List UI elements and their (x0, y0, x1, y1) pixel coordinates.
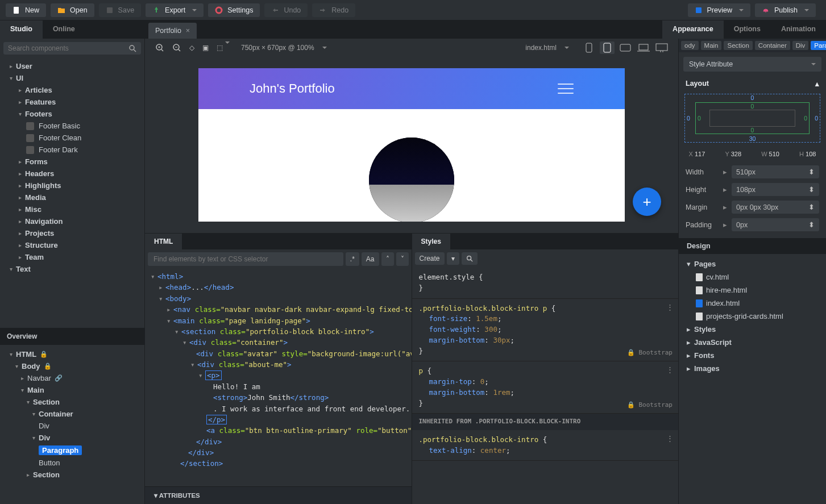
crumb-section[interactable]: Section (724, 41, 752, 50)
design-pages[interactable]: ▾Pages (679, 257, 826, 270)
tab-animation[interactable]: Animation (771, 20, 826, 39)
rotate-icon[interactable]: ◇ (188, 43, 196, 53)
ov-main[interactable]: ▾Main (0, 384, 144, 396)
design-images[interactable]: ▸Images (679, 362, 826, 375)
tree-footer-clean[interactable]: Footer Clean (0, 132, 144, 144)
document-tab-portfolio[interactable]: Portfolio × (148, 23, 197, 39)
ov-section[interactable]: ▾Section (0, 396, 144, 408)
tree-media[interactable]: ▸Media (0, 191, 144, 203)
device-desktop-icon[interactable] (654, 41, 669, 54)
tab-online[interactable]: Online (43, 20, 85, 39)
device-laptop-icon[interactable] (636, 41, 651, 54)
create-style-button[interactable]: Create (415, 252, 445, 265)
redo-button[interactable]: Redo (312, 3, 355, 17)
more-icon[interactable]: ⋮ (666, 302, 674, 313)
create-dropdown[interactable]: ▾ (447, 252, 459, 265)
tree-team[interactable]: ▸Team (0, 251, 144, 263)
new-button[interactable]: New (6, 3, 46, 17)
search-components[interactable] (3, 42, 141, 55)
zoom-out-icon[interactable] (171, 42, 182, 53)
design-styles[interactable]: ▸Styles (679, 323, 826, 336)
styles-tab[interactable]: Styles (412, 234, 450, 249)
tab-options[interactable]: Options (724, 20, 771, 39)
preview-button[interactable]: Preview (688, 3, 750, 17)
crumb-paragraph[interactable]: Paragraph (811, 41, 826, 50)
tab-studio[interactable]: Studio (0, 20, 43, 39)
image-icon[interactable]: ▣ (201, 43, 210, 53)
tree-text[interactable]: ▾Text (0, 263, 144, 275)
html-code[interactable]: ▾<html> ▸<head>...</head> ▾<body> ▸<nav … (145, 269, 412, 486)
next-button[interactable]: ˅ (396, 252, 409, 266)
canvas-file[interactable]: index.html (525, 44, 557, 52)
find-elements-input[interactable] (148, 252, 343, 266)
device-mobile-icon[interactable] (582, 41, 596, 54)
tree-forms[interactable]: ▸Forms (0, 156, 144, 168)
html-tab[interactable]: HTML (145, 234, 182, 249)
tree-articles[interactable]: ▸Articles (0, 84, 144, 96)
zoom-in-icon[interactable] (154, 42, 165, 53)
tree-footers[interactable]: ▾Footers (0, 108, 144, 120)
regex-button[interactable]: .* (346, 252, 359, 266)
ov-html[interactable]: ▾HTML🔒 (0, 348, 144, 360)
page-cv[interactable]: cv.html (679, 270, 826, 284)
ov-paragraph[interactable]: Paragraph (0, 444, 144, 457)
ov-div1[interactable]: Div (0, 420, 144, 432)
padding-input[interactable]: 0px⬍ (732, 218, 819, 231)
crumb-body[interactable]: ody (681, 41, 699, 50)
design-js[interactable]: ▸JavaScript (679, 336, 826, 349)
style-attribute-select[interactable]: Style Attribute (683, 57, 821, 72)
tree-features[interactable]: ▸Features (0, 96, 144, 108)
layout-header[interactable]: Layout▴ (679, 76, 826, 91)
box-model[interactable]: 0 0 30 0 0 0 0 0 (684, 94, 820, 143)
attributes-header[interactable]: ▾ ATTRIBUTES (145, 486, 412, 504)
page-projects[interactable]: projects-grid-cards.html (679, 310, 826, 323)
tree-ui[interactable]: ▾UI (0, 72, 144, 84)
crumb-container[interactable]: Container (755, 41, 790, 50)
ov-div2[interactable]: ▾Div (0, 432, 144, 444)
tree-footer-dark[interactable]: Footer Dark (0, 144, 144, 156)
design-tab[interactable]: Design (679, 238, 826, 254)
export-button[interactable]: Export (146, 3, 204, 17)
add-fab-button[interactable]: + (633, 188, 661, 216)
search-styles-button[interactable] (462, 252, 478, 265)
page-index[interactable]: index.html (679, 297, 826, 310)
device-tablet-landscape-icon[interactable] (618, 41, 633, 54)
ov-button[interactable]: Button (0, 457, 144, 469)
device-tablet-portrait-icon[interactable] (600, 41, 615, 54)
publish-button[interactable]: Publish (755, 3, 816, 17)
tree-highlights[interactable]: ▸Highlights (0, 180, 144, 191)
preview-canvas[interactable]: John's Portfolio (198, 68, 625, 222)
crumb-main[interactable]: Main (701, 41, 722, 50)
layers-icon[interactable]: ⬚ (215, 43, 231, 53)
tree-footer-basic[interactable]: Footer Basic (0, 120, 144, 132)
open-button[interactable]: Open (51, 3, 94, 17)
crumb-div[interactable]: Div (792, 41, 809, 50)
page-hire[interactable]: hire-me.html (679, 284, 826, 297)
tree-misc[interactable]: ▸Misc (0, 203, 144, 215)
tree-headers[interactable]: ▸Headers (0, 168, 144, 180)
tab-appearance[interactable]: Appearance (662, 20, 724, 39)
close-icon[interactable]: × (186, 27, 190, 35)
width-input[interactable]: 510px⬍ (732, 165, 819, 178)
tree-user[interactable]: ▸User (0, 60, 144, 72)
more-icon[interactable]: ⋮ (666, 434, 674, 444)
margin-input[interactable]: 0px 0px 30px⬍ (732, 201, 819, 214)
height-input[interactable]: 108px⬍ (732, 183, 819, 196)
tree-projects[interactable]: ▸Projects (0, 227, 144, 239)
tree-navigation[interactable]: ▸Navigation (0, 215, 144, 227)
more-icon[interactable]: ⋮ (666, 365, 674, 376)
prev-button[interactable]: ˄ (381, 252, 394, 266)
ov-container[interactable]: ▾Container (0, 408, 144, 420)
styles-body[interactable]: element.style { } ⋮ .portfolio-block.blo… (412, 268, 679, 504)
ov-navbar[interactable]: ▸Navbar🔗 (0, 372, 144, 384)
padding-row: Padding▸ 0px⬍ (679, 216, 826, 234)
ov-section2[interactable]: ▸Section (0, 469, 144, 481)
tree-structure[interactable]: ▸Structure (0, 239, 144, 251)
undo-button[interactable]: Undo (264, 3, 308, 17)
case-button[interactable]: Aa (362, 252, 379, 266)
design-fonts[interactable]: ▸Fonts (679, 349, 826, 362)
save-button[interactable]: Save (99, 3, 142, 17)
search-input[interactable] (8, 44, 128, 52)
ov-body[interactable]: ▾Body🔒 (0, 360, 144, 372)
settings-button[interactable]: Settings (208, 3, 260, 17)
